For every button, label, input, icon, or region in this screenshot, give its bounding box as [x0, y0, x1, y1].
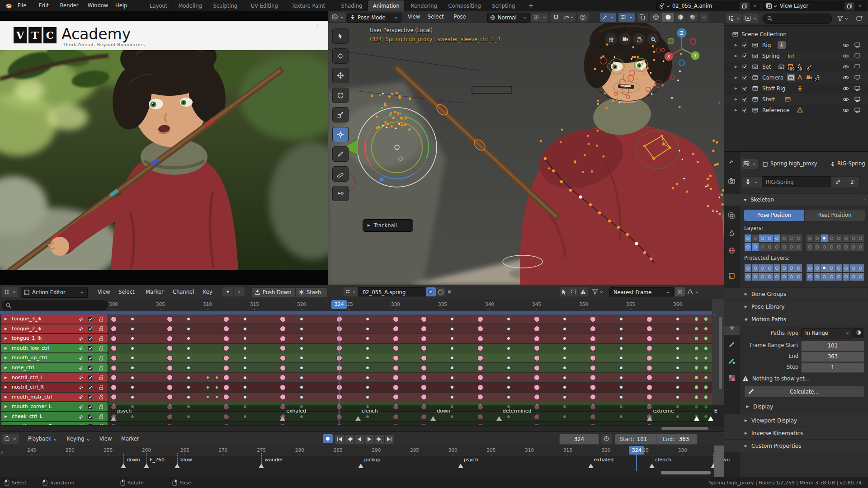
keyframe[interactable]	[704, 346, 708, 351]
timeline-menu-view[interactable]: View	[97, 432, 114, 446]
keyframe[interactable]	[421, 336, 427, 342]
bone-layer-toggle[interactable]	[766, 243, 774, 251]
keyframe[interactable]	[366, 356, 369, 360]
keyframe[interactable]	[300, 327, 303, 331]
keyframe[interactable]	[366, 385, 369, 389]
scene-name[interactable]: 02_055_A.anim	[672, 1, 712, 11]
view-layer-copy-button[interactable]	[844, 2, 854, 10]
camera-view-button[interactable]	[619, 33, 631, 45]
keyframe[interactable]	[393, 394, 399, 400]
keyframe[interactable]	[421, 365, 427, 371]
bone-layer-toggle[interactable]	[795, 272, 802, 281]
keyframe[interactable]	[694, 395, 699, 399]
collapse-region-icon[interactable]: ‹	[713, 312, 715, 318]
bone-layer-toggle[interactable]	[842, 234, 850, 243]
move-channel-up-button[interactable]	[234, 287, 245, 296]
operator-panel[interactable]: Trackball	[363, 219, 413, 232]
mode-selector[interactable]: Pose Mode	[347, 13, 401, 23]
marker-triangle[interactable]	[430, 416, 436, 421]
keyframe[interactable]	[534, 355, 540, 361]
bone-layer-toggle[interactable]	[813, 272, 821, 281]
keyframe[interactable]	[131, 385, 134, 389]
keyframe[interactable]	[111, 345, 117, 351]
channel-row-tongue_2_ik[interactable]: tongue_2_ik	[1, 324, 108, 333]
snap-settings-button[interactable]	[562, 13, 576, 22]
marker-triangle[interactable]	[355, 416, 361, 421]
bone-layer-toggle[interactable]	[773, 264, 781, 272]
workspace-tab-texture-paint[interactable]: Texture Paint	[287, 0, 330, 11]
channel-row-mouth_corner_L[interactable]: mouth_corner_L	[1, 402, 108, 411]
keyframe[interactable]	[450, 337, 454, 340]
keyframe[interactable]	[450, 327, 454, 331]
panel-motion-paths[interactable]: Motion Paths⋮⋮	[724, 313, 868, 326]
bone-layer-toggle[interactable]	[751, 272, 759, 281]
keyframe[interactable]	[366, 395, 369, 399]
keyframe[interactable]	[450, 395, 454, 399]
bone-layer-toggle[interactable]	[821, 272, 828, 281]
keyframe[interactable]	[450, 366, 454, 370]
keyframe[interactable]	[477, 365, 483, 371]
bone-layer-toggle[interactable]	[759, 272, 766, 281]
timeline-menu-marker[interactable]: Marker	[118, 432, 142, 446]
jump-to-start-button[interactable]	[335, 434, 345, 444]
keyframe[interactable]	[280, 355, 286, 361]
field-step[interactable]: 1	[801, 362, 864, 373]
shading-dropdown-button[interactable]	[700, 13, 708, 22]
keyframe[interactable]	[421, 375, 427, 380]
panel-custom-properties[interactable]: Custom Properties⋮⋮	[724, 439, 868, 452]
pivot-point-button[interactable]	[531, 13, 548, 22]
tool-rotate[interactable]	[332, 88, 349, 103]
tab-tool[interactable]	[724, 154, 740, 169]
keyframe[interactable]	[131, 395, 134, 399]
pose-position-button[interactable]: Pose Position	[744, 210, 804, 221]
keyframe[interactable]	[300, 366, 303, 370]
keyframe[interactable]	[676, 376, 679, 380]
bone-layer-toggle[interactable]	[795, 243, 802, 251]
keyframe[interactable]	[450, 347, 454, 350]
bone-layer-toggle[interactable]	[828, 272, 835, 281]
keyframe[interactable]	[280, 316, 286, 322]
keyframe[interactable]	[563, 327, 566, 331]
keyframe[interactable]	[704, 395, 708, 399]
keyframe[interactable]	[187, 376, 190, 380]
bone-layer-toggle[interactable]	[821, 264, 828, 272]
bone-layer-toggle[interactable]	[828, 234, 835, 243]
marker-triangle[interactable]	[121, 464, 126, 468]
keyframe[interactable]	[366, 376, 369, 380]
keyframe[interactable]	[646, 355, 652, 361]
editor-type-button[interactable]	[2, 434, 19, 444]
keyframe[interactable]	[223, 316, 229, 322]
jump-to-end-button[interactable]	[384, 434, 395, 444]
play-reverse-button[interactable]	[354, 434, 365, 444]
stash-button[interactable]: Stash	[295, 287, 328, 297]
bone-layer-toggle[interactable]	[780, 272, 788, 281]
timeline-menu-playback[interactable]: Playback ⌄	[25, 432, 60, 446]
keyframe[interactable]	[590, 316, 596, 322]
tool-move[interactable]	[332, 68, 349, 83]
keyframe[interactable]	[243, 395, 247, 399]
bone-layer-toggle[interactable]	[759, 243, 766, 251]
keyframe[interactable]	[366, 337, 369, 340]
bone-layer-toggle[interactable]	[806, 243, 814, 251]
shading-material-button[interactable]	[675, 13, 686, 22]
display-mode-button[interactable]	[743, 14, 759, 23]
bone-layer-toggle[interactable]	[751, 264, 759, 272]
keyframe[interactable]	[280, 365, 286, 371]
bone-layer-toggle[interactable]	[751, 243, 759, 251]
bone-layer-toggle[interactable]	[821, 243, 828, 251]
keyframe[interactable]	[243, 347, 247, 350]
dopesheet-menu-key[interactable]: Key	[200, 285, 215, 299]
workspace-tab-modeling[interactable]: Modeling	[174, 0, 208, 11]
filter-button[interactable]	[591, 287, 606, 296]
tab-texture[interactable]	[724, 370, 740, 385]
next-keyframe-button[interactable]	[374, 434, 385, 444]
channel-row-nostril_ctrl_L[interactable]: nostril_ctrl_L	[1, 373, 108, 382]
bone-layer-toggle[interactable]	[842, 264, 850, 272]
bone-layer-toggle[interactable]	[788, 264, 795, 272]
falloff-button[interactable]	[686, 287, 701, 296]
add-workspace-button[interactable]: +	[526, 0, 537, 11]
keyframe[interactable]	[507, 356, 510, 360]
bone-layer-toggle[interactable]	[780, 264, 788, 272]
marker-triangle[interactable]	[496, 416, 502, 421]
keyframe[interactable]	[477, 345, 483, 351]
